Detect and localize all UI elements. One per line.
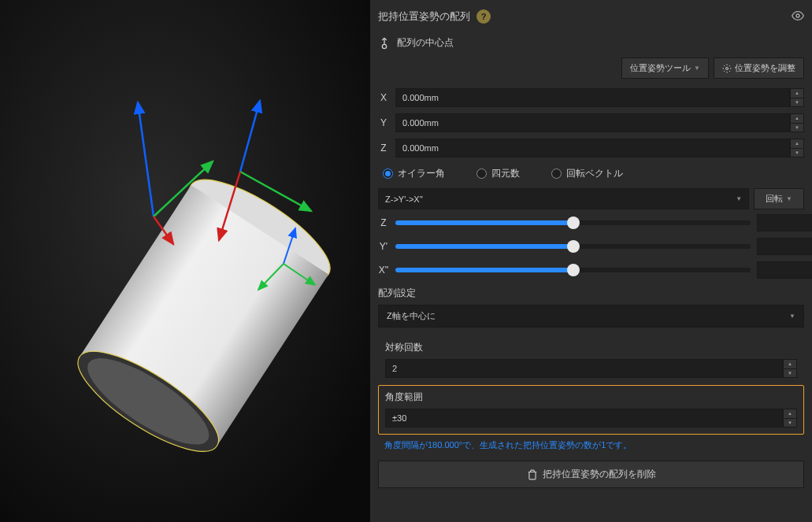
radio-dot-icon — [476, 168, 487, 179]
slider-y[interactable] — [395, 244, 751, 249]
angle-range-input[interactable] — [385, 409, 783, 428]
radio-dot-icon — [551, 168, 562, 179]
rotate-button-label: 回転 — [766, 193, 783, 205]
slider-y-value[interactable] — [757, 238, 812, 255]
gear-icon — [722, 64, 732, 73]
rotation-order-select[interactable]: Z->Y'->X'' ▼ — [378, 188, 749, 209]
slider-x[interactable] — [395, 268, 751, 272]
array-center-select[interactable]: Z軸を中心に ▼ — [378, 305, 804, 328]
radio-rotvec[interactable]: 回転ベクトル — [551, 167, 623, 180]
svg-point-9 — [796, 14, 799, 17]
caret-down-icon: ▼ — [789, 313, 795, 320]
properties-panel: 把持位置姿勢の配列 ? 配列の中心点 位置姿勢ツール ▼ 位置姿勢を調整 X ▲… — [370, 0, 812, 522]
adjust-label: 位置姿勢を調整 — [735, 62, 795, 74]
delete-label: 把持位置姿勢の配列を削除 — [543, 468, 656, 481]
angle-range-label: 角度範囲 — [385, 391, 797, 404]
radio-euler[interactable]: オイラー角 — [383, 167, 445, 180]
y-input[interactable] — [395, 113, 790, 132]
rotate-button[interactable]: 回転 ▼ — [754, 188, 804, 209]
caret-down-icon: ▼ — [786, 195, 792, 202]
angle-range-field: 角度範囲 ▲▼ — [378, 385, 804, 435]
y-label: Y — [378, 117, 389, 128]
x-spinner[interactable]: ▲▼ — [790, 88, 804, 107]
array-center-value: Z軸を中心に — [387, 310, 436, 322]
radio-quaternion[interactable]: 四元数 — [476, 167, 520, 180]
slider-y-label: Y' — [378, 241, 389, 252]
panel-title: 把持位置姿勢の配列 — [378, 9, 470, 24]
viewport-3d[interactable] — [0, 0, 370, 522]
radio-quaternion-label: 四元数 — [491, 167, 520, 180]
delete-array-button[interactable]: 把持位置姿勢の配列を削除 — [378, 461, 804, 488]
radio-rotvec-label: 回転ベクトル — [566, 167, 623, 180]
slider-thumb[interactable] — [567, 217, 580, 229]
array-settings-label: 配列設定 — [378, 287, 804, 300]
radio-dot-icon — [383, 168, 393, 179]
adjust-pose-button[interactable]: 位置姿勢を調整 — [714, 57, 804, 79]
pose-tool-dropdown[interactable]: 位置姿勢ツール ▼ — [621, 57, 709, 79]
slider-z[interactable] — [395, 220, 751, 225]
slider-x-label: X'' — [378, 265, 389, 276]
slider-x-value[interactable] — [757, 261, 812, 279]
z-label: Z — [378, 143, 389, 154]
x-label: X — [378, 92, 389, 103]
slider-thumb[interactable] — [567, 240, 580, 253]
slider-thumb[interactable] — [567, 264, 580, 276]
symmetry-label: 対称回数 — [385, 341, 797, 354]
symmetry-spinner[interactable]: ▲▼ — [783, 359, 797, 378]
angle-range-spinner[interactable]: ▲▼ — [783, 409, 797, 428]
x-input[interactable] — [395, 88, 790, 107]
compass-icon — [378, 37, 391, 50]
svg-line-0 — [138, 102, 154, 217]
svg-point-10 — [382, 44, 386, 48]
caret-down-icon: ▼ — [736, 195, 742, 202]
slider-z-label: Z — [378, 217, 389, 228]
hint-text: 角度間隔が180.000°で、生成された把持位置姿勢の数が1です。 — [384, 439, 804, 451]
help-icon[interactable]: ? — [476, 9, 491, 24]
visibility-icon[interactable] — [792, 9, 804, 24]
svg-line-3 — [240, 101, 260, 172]
y-spinner[interactable]: ▲▼ — [790, 113, 804, 132]
z-input[interactable] — [395, 139, 790, 157]
radio-euler-label: オイラー角 — [398, 167, 445, 180]
rotation-order-value: Z->Y'->X'' — [385, 194, 423, 204]
pose-tool-label: 位置姿勢ツール — [630, 62, 691, 74]
caret-down-icon: ▼ — [694, 65, 700, 72]
svg-point-14 — [726, 67, 729, 69]
z-spinner[interactable]: ▲▼ — [790, 139, 804, 157]
symmetry-input[interactable] — [385, 359, 783, 378]
section-title: 配列の中心点 — [397, 36, 454, 50]
slider-z-value[interactable] — [757, 214, 812, 231]
trash-icon — [527, 469, 538, 480]
